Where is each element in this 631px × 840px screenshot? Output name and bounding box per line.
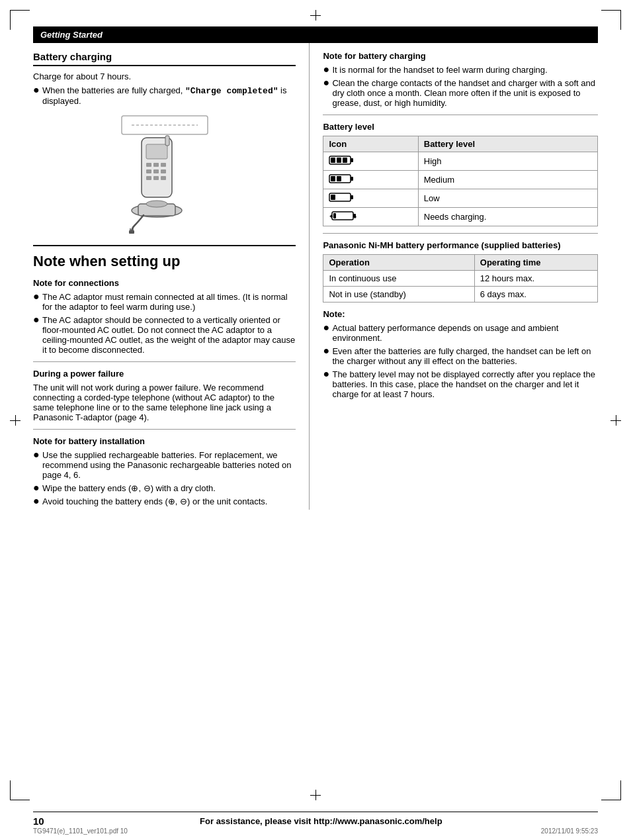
bullet-dot: ● — [33, 291, 42, 302]
svg-rect-5 — [153, 163, 159, 167]
batt-level-empty: Needs charging. — [418, 208, 597, 226]
bullet-dot: ● — [323, 346, 332, 356]
bullet-dot: ● — [33, 85, 42, 95]
batt-level-med: Medium — [418, 171, 597, 189]
note-setup-title: Note when setting up — [33, 253, 296, 270]
cross-mark-right — [610, 415, 621, 426]
note-batt-b1: ● It is normal for the handset to feel w… — [323, 65, 598, 75]
section-divider-2 — [33, 361, 296, 362]
svg-rect-22 — [331, 158, 335, 163]
svg-rect-21 — [351, 158, 353, 162]
svg-rect-9 — [161, 169, 166, 173]
op-continuous-label: In continuous use — [323, 271, 474, 287]
svg-rect-28 — [337, 176, 341, 181]
bullet-dot: ● — [323, 64, 332, 75]
svg-text:✦: ✦ — [353, 214, 357, 220]
battery-install-b1-text: Use the supplied rechargeable batteries.… — [42, 450, 296, 480]
svg-rect-6 — [161, 163, 166, 167]
nimh-title: Panasonic Ni-MH battery performance (sup… — [323, 240, 598, 250]
table-row: In continuous use 12 hours max. — [323, 271, 598, 287]
battery-install-b2-text: Wipe the battery ends (⊕, ⊖) with a dry … — [42, 483, 216, 493]
note-b3-text: The battery level may not be displayed c… — [332, 369, 598, 399]
cross-mark-bottom — [310, 790, 321, 800]
battery-charging-title: Battery charging — [33, 51, 296, 66]
corner-mark-tr — [601, 10, 621, 30]
svg-rect-8 — [153, 169, 159, 173]
op-continuous-time: 12 hours max. — [474, 271, 597, 287]
svg-rect-3 — [146, 144, 167, 159]
note-b1-text: Actual battery performance depends on us… — [332, 323, 598, 343]
section-header: Getting Started — [33, 26, 598, 43]
page-footer: 10 For assistance, please visit http://w… — [33, 812, 598, 827]
batt-icon-low — [323, 189, 418, 208]
bullet-dot: ● — [33, 314, 42, 325]
svg-rect-31 — [331, 195, 335, 200]
operation-table: Operation Operating time In continuous u… — [323, 254, 598, 303]
note-title: Note: — [323, 309, 598, 319]
op-table-col-time: Operating time — [474, 255, 597, 271]
power-failure-title: During a power failure — [33, 369, 296, 379]
svg-rect-11 — [153, 176, 159, 180]
battery-level-table: Icon Battery level — [323, 136, 598, 226]
bullet-dot: ● — [33, 483, 42, 493]
section-divider-r2 — [323, 233, 598, 234]
corner-mark-br — [601, 780, 621, 800]
note-b2-text: Even after the batteries are fully charg… — [332, 346, 598, 366]
footer-assistance-text: For assistance, please visit http://www.… — [200, 816, 442, 826]
cross-mark-left — [10, 415, 21, 426]
charge-complete-text: When the batteries are fully charged, "C… — [42, 85, 296, 106]
section-divider-1 — [33, 245, 296, 246]
connections-title: Note for connections — [33, 278, 296, 288]
note-b2: ● Even after the batteries are fully cha… — [323, 346, 598, 366]
connections-b2-text: The AC adaptor should be connected to a … — [42, 315, 296, 355]
table-row: Medium — [323, 171, 598, 189]
svg-rect-24 — [343, 158, 347, 163]
op-standby-label: Not in use (standby) — [323, 287, 474, 303]
batt-level-high: High — [418, 152, 597, 171]
left-column: Battery charging Charge for about 7 hour… — [33, 43, 310, 510]
svg-rect-17 — [129, 230, 134, 234]
connections-b1-text: The AC adaptor must remain connected at … — [42, 292, 296, 312]
section-divider-3 — [33, 429, 296, 430]
cross-mark-top — [310, 10, 321, 21]
connections-b1: ● The AC adaptor must remain connected a… — [33, 292, 296, 312]
battery-install-b2: ● Wipe the battery ends (⊕, ⊖) with a dr… — [33, 483, 296, 493]
batt-level-low: Low — [418, 189, 597, 208]
page-number: 10 — [33, 816, 44, 827]
note-batt-b1-text: It is normal for the handset to feel war… — [332, 65, 547, 75]
page: Getting Started Battery charging Charge … — [0, 0, 631, 840]
svg-point-16 — [146, 201, 167, 207]
bullet-dot: ● — [33, 496, 42, 506]
svg-rect-30 — [351, 195, 353, 199]
svg-rect-10 — [146, 176, 151, 180]
power-failure-text: The unit will not work during a power fa… — [33, 383, 296, 422]
batt-table-col-icon: Icon — [323, 136, 418, 152]
charge-complete-bullet: ● When the batteries are fully charged, … — [33, 85, 296, 106]
charge-hours-text: Charge for about 7 hours. — [33, 71, 296, 81]
svg-rect-26 — [351, 177, 353, 181]
battery-install-title: Note for battery installation — [33, 436, 296, 446]
table-row: High — [323, 152, 598, 171]
svg-text:✦: ✦ — [329, 213, 334, 220]
svg-rect-12 — [161, 176, 166, 180]
bullet-dot: ● — [323, 322, 332, 333]
svg-rect-35 — [333, 213, 336, 218]
battery-level-title: Battery level — [323, 122, 598, 132]
table-row: Not in use (standby) 6 days max. — [323, 287, 598, 303]
svg-rect-27 — [331, 176, 335, 181]
battery-install-b1: ● Use the supplied rechargeable batterie… — [33, 450, 296, 480]
corner-mark-bl — [10, 780, 30, 800]
batt-table-col-level: Battery level — [418, 136, 597, 152]
svg-rect-7 — [146, 169, 151, 173]
note-b1: ● Actual battery performance depends on … — [323, 323, 598, 343]
batt-icon-empty: ✦ ✦ — [323, 208, 418, 226]
battery-install-b3: ● Avoid touching the battery ends (⊕, ⊖)… — [33, 496, 296, 506]
corner-mark-tl — [10, 10, 30, 30]
section-divider-r1 — [323, 115, 598, 115]
svg-rect-23 — [337, 158, 341, 163]
bullet-dot: ● — [323, 369, 332, 379]
svg-rect-4 — [146, 163, 151, 167]
charger-illustration — [99, 113, 231, 235]
op-table-col-op: Operation — [323, 255, 474, 271]
bullet-dot: ● — [33, 449, 42, 460]
